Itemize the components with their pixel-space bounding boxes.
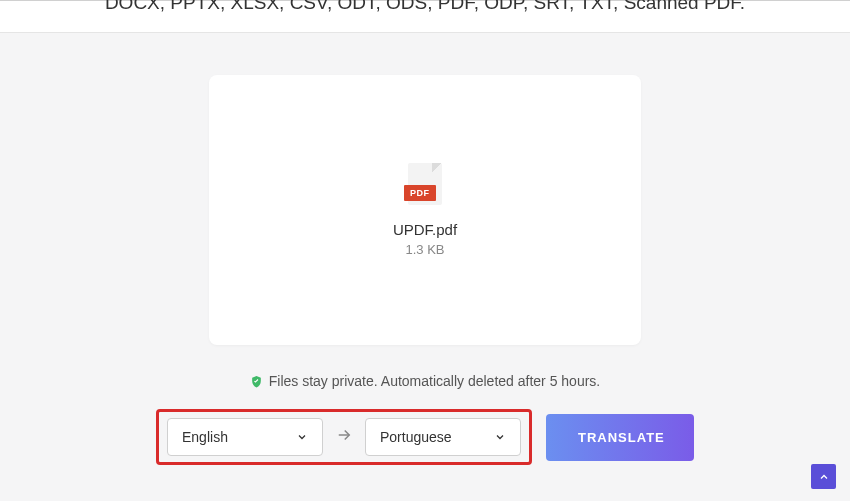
pdf-badge: PDF xyxy=(404,185,436,201)
chevron-down-icon xyxy=(296,431,308,443)
file-upload-card[interactable]: PDF UPDF.pdf 1.3 KB xyxy=(209,75,641,345)
pdf-file-icon: PDF xyxy=(406,163,444,209)
file-name: UPDF.pdf xyxy=(393,221,457,238)
header-bar: DOCX, PPTX, XLSX, CSV, ODT, ODS, PDF, OD… xyxy=(0,0,850,33)
file-size: 1.3 KB xyxy=(405,242,444,257)
main-content: PDF UPDF.pdf 1.3 KB Files stay private. … xyxy=(0,33,850,465)
source-language-select[interactable]: English xyxy=(167,418,323,456)
file-icon-wrap: PDF xyxy=(406,163,444,209)
controls-row: English Portuguese xyxy=(156,409,694,465)
chevron-down-icon xyxy=(494,431,506,443)
privacy-text: Files stay private. Automatically delete… xyxy=(269,373,601,389)
target-language-value: Portuguese xyxy=(380,429,452,445)
source-language-value: English xyxy=(182,429,228,445)
chevron-up-icon xyxy=(818,471,830,483)
shield-icon xyxy=(250,375,263,388)
arrow-right-icon xyxy=(333,426,355,449)
privacy-notice: Files stay private. Automatically delete… xyxy=(250,373,601,389)
translate-button[interactable]: TRANSLATE xyxy=(546,414,694,461)
language-selector-group: English Portuguese xyxy=(156,409,532,465)
scroll-to-top-button[interactable] xyxy=(811,464,836,489)
supported-formats-text: DOCX, PPTX, XLSX, CSV, ODT, ODS, PDF, OD… xyxy=(0,0,850,14)
target-language-select[interactable]: Portuguese xyxy=(365,418,521,456)
